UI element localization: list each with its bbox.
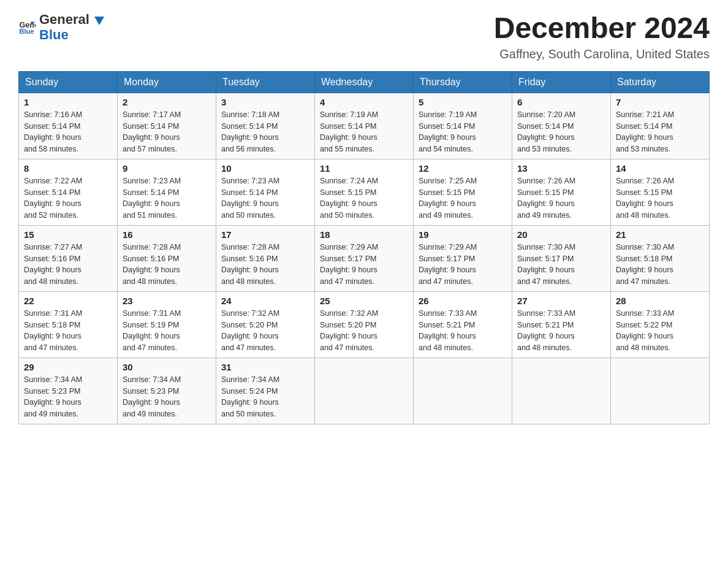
day-info: Sunrise: 7:32 AMSunset: 5:20 PMDaylight:… (221, 308, 309, 354)
day-number: 24 (221, 296, 309, 306)
weekday-header-sunday: Sunday (19, 71, 118, 93)
calendar-cell: 19 Sunrise: 7:29 AMSunset: 5:17 PMDaylig… (414, 225, 512, 291)
day-number: 27 (517, 296, 605, 306)
location-subtitle: Gaffney, South Carolina, United States (494, 47, 710, 61)
calendar-cell: 10 Sunrise: 7:23 AMSunset: 5:14 PMDaylig… (216, 159, 315, 225)
day-number: 28 (616, 296, 704, 306)
day-number: 15 (24, 229, 112, 240)
calendar-cell: 24 Sunrise: 7:32 AMSunset: 5:20 PMDaylig… (216, 291, 315, 358)
day-number: 25 (320, 296, 408, 306)
day-number: 19 (419, 229, 507, 240)
calendar-cell: 15 Sunrise: 7:27 AMSunset: 5:16 PMDaylig… (19, 225, 118, 291)
title-area: December 2024 Gaffney, South Carolina, U… (494, 12, 710, 61)
weekday-header-monday: Monday (118, 71, 216, 93)
day-number: 21 (616, 229, 704, 240)
calendar-cell: 16 Sunrise: 7:28 AMSunset: 5:16 PMDaylig… (118, 225, 216, 291)
day-info: Sunrise: 7:25 AMSunset: 5:15 PMDaylight:… (419, 175, 507, 221)
day-number: 22 (24, 296, 112, 306)
day-info: Sunrise: 7:26 AMSunset: 5:15 PMDaylight:… (616, 175, 704, 221)
day-info: Sunrise: 7:29 AMSunset: 5:17 PMDaylight:… (419, 242, 507, 288)
logo-general-text: General (39, 12, 89, 27)
day-info: Sunrise: 7:33 AMSunset: 5:21 PMDaylight:… (419, 308, 507, 354)
calendar-week-row: 8 Sunrise: 7:22 AMSunset: 5:14 PMDayligh… (19, 159, 710, 225)
calendar-cell: 18 Sunrise: 7:29 AMSunset: 5:17 PMDaylig… (315, 225, 414, 291)
logo-blue-text: Blue (39, 27, 69, 42)
day-number: 10 (221, 163, 309, 174)
day-info: Sunrise: 7:21 AMSunset: 5:14 PMDaylight:… (616, 109, 704, 155)
calendar-cell (315, 358, 414, 424)
day-number: 12 (419, 163, 507, 174)
calendar-cell (414, 358, 512, 424)
calendar-cell: 31 Sunrise: 7:34 AMSunset: 5:24 PMDaylig… (216, 358, 315, 424)
day-info: Sunrise: 7:19 AMSunset: 5:14 PMDaylight:… (320, 109, 408, 155)
day-info: Sunrise: 7:30 AMSunset: 5:18 PMDaylight:… (616, 242, 704, 288)
day-info: Sunrise: 7:27 AMSunset: 5:16 PMDaylight:… (24, 242, 112, 288)
day-info: Sunrise: 7:19 AMSunset: 5:14 PMDaylight:… (419, 109, 507, 155)
day-number: 1 (24, 97, 112, 107)
weekday-header-wednesday: Wednesday (315, 71, 414, 93)
day-number: 3 (221, 97, 309, 107)
calendar-cell: 23 Sunrise: 7:31 AMSunset: 5:19 PMDaylig… (118, 291, 216, 358)
calendar-cell: 26 Sunrise: 7:33 AMSunset: 5:21 PMDaylig… (414, 291, 512, 358)
logo-arrow-icon (93, 15, 105, 28)
day-info: Sunrise: 7:33 AMSunset: 5:21 PMDaylight:… (517, 308, 605, 354)
day-number: 29 (24, 362, 112, 372)
weekday-header-thursday: Thursday (414, 71, 512, 93)
calendar-cell: 27 Sunrise: 7:33 AMSunset: 5:21 PMDaylig… (512, 291, 611, 358)
calendar-cell: 5 Sunrise: 7:19 AMSunset: 5:14 PMDayligh… (414, 93, 512, 159)
calendar-week-row: 1 Sunrise: 7:16 AMSunset: 5:14 PMDayligh… (19, 93, 710, 159)
day-number: 5 (419, 97, 507, 107)
weekday-header-friday: Friday (512, 71, 611, 93)
day-info: Sunrise: 7:26 AMSunset: 5:15 PMDaylight:… (517, 175, 605, 221)
calendar-cell: 9 Sunrise: 7:23 AMSunset: 5:14 PMDayligh… (118, 159, 216, 225)
day-number: 9 (123, 163, 211, 174)
day-info: Sunrise: 7:34 AMSunset: 5:23 PMDaylight:… (24, 374, 112, 420)
day-info: Sunrise: 7:16 AMSunset: 5:14 PMDaylight:… (24, 109, 112, 155)
calendar-cell: 1 Sunrise: 7:16 AMSunset: 5:14 PMDayligh… (19, 93, 118, 159)
svg-marker-3 (94, 17, 104, 25)
calendar-cell: 17 Sunrise: 7:28 AMSunset: 5:16 PMDaylig… (216, 225, 315, 291)
day-info: Sunrise: 7:22 AMSunset: 5:14 PMDaylight:… (24, 175, 112, 221)
calendar-cell: 3 Sunrise: 7:18 AMSunset: 5:14 PMDayligh… (216, 93, 315, 159)
day-info: Sunrise: 7:30 AMSunset: 5:17 PMDaylight:… (517, 242, 605, 288)
calendar-cell: 6 Sunrise: 7:20 AMSunset: 5:14 PMDayligh… (512, 93, 611, 159)
day-number: 13 (517, 163, 605, 174)
day-number: 8 (24, 163, 112, 174)
day-info: Sunrise: 7:23 AMSunset: 5:14 PMDaylight:… (221, 175, 309, 221)
day-number: 11 (320, 163, 408, 174)
day-info: Sunrise: 7:31 AMSunset: 5:18 PMDaylight:… (24, 308, 112, 354)
calendar-cell: 20 Sunrise: 7:30 AMSunset: 5:17 PMDaylig… (512, 225, 611, 291)
day-info: Sunrise: 7:23 AMSunset: 5:14 PMDaylight:… (123, 175, 211, 221)
day-number: 26 (419, 296, 507, 306)
calendar-cell: 14 Sunrise: 7:26 AMSunset: 5:15 PMDaylig… (611, 159, 710, 225)
day-number: 16 (123, 229, 211, 240)
day-info: Sunrise: 7:32 AMSunset: 5:20 PMDaylight:… (320, 308, 408, 354)
day-number: 4 (320, 97, 408, 107)
weekday-header-row: SundayMondayTuesdayWednesdayThursdayFrid… (19, 71, 710, 93)
day-info: Sunrise: 7:24 AMSunset: 5:15 PMDaylight:… (320, 175, 408, 221)
calendar-cell: 21 Sunrise: 7:30 AMSunset: 5:18 PMDaylig… (611, 225, 710, 291)
calendar-week-row: 22 Sunrise: 7:31 AMSunset: 5:18 PMDaylig… (19, 291, 710, 358)
day-info: Sunrise: 7:17 AMSunset: 5:14 PMDaylight:… (123, 109, 211, 155)
day-number: 7 (616, 97, 704, 107)
day-number: 23 (123, 296, 211, 306)
svg-text:Blue: Blue (19, 28, 34, 36)
day-info: Sunrise: 7:28 AMSunset: 5:16 PMDaylight:… (221, 242, 309, 288)
calendar-cell: 4 Sunrise: 7:19 AMSunset: 5:14 PMDayligh… (315, 93, 414, 159)
day-info: Sunrise: 7:18 AMSunset: 5:14 PMDaylight:… (221, 109, 309, 155)
day-number: 14 (616, 163, 704, 174)
day-number: 18 (320, 229, 408, 240)
day-info: Sunrise: 7:34 AMSunset: 5:23 PMDaylight:… (123, 374, 211, 420)
calendar-cell: 7 Sunrise: 7:21 AMSunset: 5:14 PMDayligh… (611, 93, 710, 159)
calendar-cell: 13 Sunrise: 7:26 AMSunset: 5:15 PMDaylig… (512, 159, 611, 225)
calendar-cell: 2 Sunrise: 7:17 AMSunset: 5:14 PMDayligh… (118, 93, 216, 159)
day-info: Sunrise: 7:28 AMSunset: 5:16 PMDaylight:… (123, 242, 211, 288)
month-title: December 2024 (494, 12, 710, 45)
day-info: Sunrise: 7:20 AMSunset: 5:14 PMDaylight:… (517, 109, 605, 155)
weekday-header-tuesday: Tuesday (216, 71, 315, 93)
calendar-table: SundayMondayTuesdayWednesdayThursdayFrid… (18, 71, 710, 424)
page-header: General Blue General Blue December 2024 … (18, 12, 710, 61)
calendar-week-row: 15 Sunrise: 7:27 AMSunset: 5:16 PMDaylig… (19, 225, 710, 291)
day-number: 31 (221, 362, 309, 372)
day-info: Sunrise: 7:34 AMSunset: 5:24 PMDaylight:… (221, 374, 309, 420)
